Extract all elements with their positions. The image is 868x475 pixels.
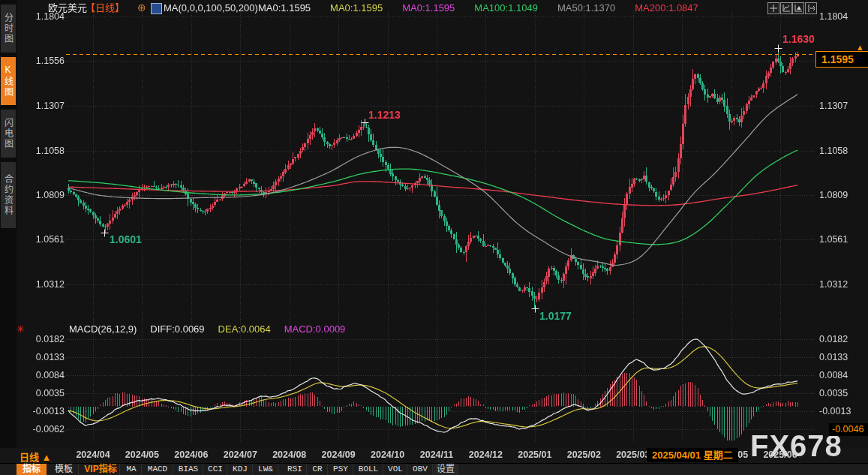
toolbar-item-VIP指标[interactable]: VIP指标 bbox=[82, 464, 120, 475]
month-label: 2024/08 bbox=[269, 449, 311, 460]
axis-chart-icon[interactable] bbox=[780, 2, 792, 14]
toolbar-item-CCI[interactable]: CCI bbox=[204, 464, 227, 475]
ma-value: MA100:1.1049 bbox=[474, 2, 538, 14]
price-tick: 1.1556 bbox=[26, 56, 65, 67]
price-tick: 1.1058 bbox=[819, 146, 866, 157]
macd-tick: 0.0084 bbox=[26, 370, 65, 381]
sidebar: 分时图K线图闪电图合约资料 bbox=[0, 0, 17, 448]
month-label: 2024/10 bbox=[367, 449, 409, 460]
price-tick: 1.0561 bbox=[819, 234, 866, 245]
price-tick: 1.1307 bbox=[819, 101, 866, 112]
macd-header-item: MACD(26,12,9) bbox=[69, 323, 137, 335]
toolbar-item-指标[interactable]: 指标 bbox=[17, 464, 47, 475]
month-label: 2024/12 bbox=[464, 449, 506, 460]
month-label: 2024/06 bbox=[170, 449, 212, 460]
price-tick: 1.0809 bbox=[26, 190, 65, 201]
price-tick: 1.1804 bbox=[26, 11, 65, 23]
month-label: 2024/11 bbox=[416, 449, 458, 460]
toolbar-item-MA[interactable]: MA bbox=[122, 464, 142, 475]
price-annotation: 1.0601 bbox=[110, 233, 142, 245]
toolbar-item-MACD[interactable]: MACD bbox=[143, 464, 173, 475]
pan-icon[interactable] bbox=[767, 2, 779, 14]
toolbar-item-模板[interactable]: 模板 bbox=[50, 464, 79, 475]
ma-settings-label: MA(0,0,0,100,50,200) bbox=[164, 2, 258, 14]
month-label: 2024/05 bbox=[121, 449, 163, 460]
sidebar-item-2[interactable]: K线图 bbox=[1, 57, 16, 105]
macd-current-value: -0.0046 bbox=[829, 423, 868, 436]
ma-value: MA0:1.1595 bbox=[330, 2, 383, 14]
macd-header: MACD(26,12,9)DIFF:0.0069DEA:0.0064MACD:0… bbox=[69, 323, 345, 335]
ma-value: MA50:1.1370 bbox=[557, 2, 615, 14]
toolbar-item-OBV[interactable]: OBV bbox=[408, 464, 433, 475]
macd-tick: -0.0013 bbox=[26, 406, 65, 417]
macd-header-item: MACD:0.0009 bbox=[284, 323, 346, 335]
macd-tick: 0.0133 bbox=[819, 352, 866, 363]
toolbar-item-BIAS[interactable]: BIAS bbox=[174, 464, 203, 475]
price-tick: 1.0561 bbox=[26, 234, 65, 245]
price-tick: 1.1058 bbox=[26, 146, 65, 157]
month-label: 2024/04 bbox=[72, 449, 114, 460]
ma-value: MA200:1.0847 bbox=[635, 2, 698, 14]
price-tick: 1.0312 bbox=[819, 279, 866, 290]
price-tick: 1.0809 bbox=[819, 190, 866, 201]
toolbar-item-BOLL[interactable]: BOLL bbox=[354, 464, 383, 475]
toolbar-item-CR[interactable]: CR bbox=[308, 464, 328, 475]
period-selector[interactable]: 日线 ▲ bbox=[20, 449, 51, 464]
ma-values: MA0:1.1595MA0:1.1595MA0:1.1595MA100:1.10… bbox=[258, 2, 698, 14]
sidebar-item-3[interactable]: 闪电图 bbox=[1, 110, 16, 158]
mini-chart-icon[interactable] bbox=[151, 3, 162, 14]
month-label: 2025/06 bbox=[759, 449, 801, 460]
month-label: 2025/02 bbox=[563, 449, 605, 460]
toolbar-item-LW&[interactable]: LW& bbox=[254, 464, 278, 475]
toolbar-item-RSI[interactable]: RSI bbox=[284, 464, 307, 475]
exit-right-icon[interactable] bbox=[805, 2, 817, 14]
toolbar-item-VOL[interactable]: VOL bbox=[384, 464, 407, 475]
price-annotation: 1.1213 bbox=[368, 109, 401, 121]
macd-tick: 0.0035 bbox=[819, 388, 866, 399]
toolbar-item-设置[interactable]: 设置 bbox=[434, 464, 458, 475]
macd-tick: -0.0013 bbox=[819, 406, 866, 417]
price-annotation: 1.1630 bbox=[782, 33, 815, 45]
macd-header-item: DEA:0.0064 bbox=[218, 323, 271, 335]
sidebar-item-1[interactable]: 分时图 bbox=[1, 5, 16, 53]
chart-app: FX678 欧元美元 【日线】 ⊕ MA(0,0,0,100,50,200) M… bbox=[0, 0, 868, 475]
scroll-latest-icon[interactable]: ▲ bbox=[856, 43, 864, 52]
indicator-marker-icon[interactable]: ✳ bbox=[17, 323, 25, 335]
macd-tick: 0.0182 bbox=[819, 334, 866, 345]
period-title: 【日线】 bbox=[86, 2, 125, 14]
macd-tick: 0.0084 bbox=[819, 370, 866, 381]
macd-tick: 0.0133 bbox=[26, 352, 65, 363]
axis-play-icon[interactable] bbox=[792, 2, 804, 14]
month-label: 2024/09 bbox=[317, 449, 359, 460]
ma-value: MA0:1.1595 bbox=[402, 2, 455, 14]
price-tick: 1.1307 bbox=[26, 101, 65, 112]
toolbar-item-PSY[interactable]: PSY bbox=[329, 464, 353, 475]
sidebar-item-4[interactable]: 合约资料 bbox=[1, 162, 16, 228]
month-label: 2025/01 bbox=[514, 449, 556, 460]
macd-tick: -0.0062 bbox=[26, 424, 65, 435]
ma-value: MA0:1.1595 bbox=[258, 2, 311, 14]
plus-icon[interactable]: ⊕ bbox=[137, 2, 146, 14]
month-label: 2024/07 bbox=[219, 449, 261, 460]
toolbar-item-KDJ[interactable]: KDJ bbox=[228, 464, 253, 475]
macd-tick: 0.0182 bbox=[26, 334, 65, 345]
macd-header-item: DIFF:0.0069 bbox=[150, 323, 204, 335]
price-annotation: 1.0177 bbox=[539, 310, 572, 322]
price-tick: 1.0312 bbox=[26, 279, 65, 290]
date-tooltip: 2025/04/01 星期二 bbox=[647, 448, 738, 462]
price-tick: 1.1804 bbox=[819, 11, 866, 23]
current-price-label: 1.1595 bbox=[815, 51, 868, 68]
macd-tick: 0.0035 bbox=[26, 388, 65, 399]
